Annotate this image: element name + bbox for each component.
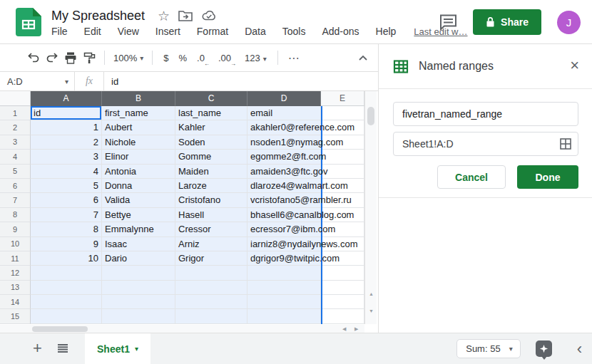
name-box[interactable]: A:D ▾	[0, 72, 74, 90]
sheets-logo-icon[interactable]	[16, 8, 41, 36]
row-header-9[interactable]: 9	[0, 222, 31, 236]
cell-D15[interactable]	[247, 309, 321, 323]
select-all-corner[interactable]	[0, 91, 31, 106]
menu-file[interactable]: File	[51, 26, 68, 37]
column-header-A[interactable]: A	[31, 91, 102, 106]
column-header-E[interactable]: E	[321, 91, 364, 106]
scroll-down-icon[interactable]: ▼	[365, 308, 377, 313]
cell-B14[interactable]	[102, 295, 175, 309]
collapse-toolbar-icon[interactable]	[358, 51, 368, 64]
row-header-11[interactable]: 11	[0, 251, 31, 266]
cell-D11[interactable]: dgrigor9@twitpic.com	[247, 251, 321, 266]
close-icon[interactable]: ×	[570, 58, 579, 73]
cell-D13[interactable]	[247, 281, 321, 295]
star-icon[interactable]: ☆	[158, 9, 170, 23]
zoom-select[interactable]: 100% ▾	[111, 48, 146, 67]
menu-format[interactable]: Format	[197, 26, 228, 37]
cell-A8[interactable]: 7	[31, 208, 102, 222]
vertical-scrollbar[interactable]: ▲ ▼	[364, 91, 377, 324]
cell-E14[interactable]	[321, 295, 364, 309]
all-sheets-icon[interactable]	[57, 343, 68, 356]
format-currency-button[interactable]: $	[163, 53, 168, 63]
cloud-saved-icon[interactable]	[201, 10, 217, 21]
cell-C3[interactable]: Soden	[175, 135, 247, 150]
cell-B5[interactable]: Antonia	[102, 165, 175, 179]
cell-D6[interactable]: dlaroze4@walmart.com	[247, 179, 321, 193]
row-header-3[interactable]: 3	[0, 135, 31, 150]
cell-B1[interactable]: first_name	[102, 106, 175, 120]
cell-B2[interactable]: Aubert	[102, 120, 175, 135]
scroll-up-icon[interactable]: ▲	[365, 291, 377, 296]
cell-D12[interactable]	[247, 266, 321, 280]
cell-A13[interactable]	[31, 281, 102, 295]
cell-C13[interactable]	[175, 281, 247, 295]
column-header-C[interactable]: C	[175, 91, 247, 106]
add-sheet-icon[interactable]: +	[33, 339, 42, 358]
cell-D3[interactable]: nsoden1@nymag.com	[247, 135, 321, 150]
cell-E1[interactable]	[321, 106, 364, 120]
cell-E4[interactable]	[321, 150, 364, 164]
range-name-input[interactable]	[393, 102, 578, 126]
cell-B15[interactable]	[102, 309, 175, 323]
cell-A9[interactable]: 8	[31, 222, 102, 236]
cell-C7[interactable]: Cristofano	[175, 193, 247, 207]
cell-E15[interactable]	[321, 309, 364, 323]
cell-D9[interactable]: ecressor7@ibm.com	[247, 222, 321, 236]
cell-C14[interactable]	[175, 295, 247, 309]
comment-history-icon[interactable]	[439, 14, 457, 30]
avatar[interactable]: J	[557, 11, 581, 34]
select-data-range-icon[interactable]	[559, 137, 572, 153]
row-header-5[interactable]: 5	[0, 165, 31, 179]
cell-A15[interactable]	[31, 309, 102, 323]
cell-D5[interactable]: amaiden3@ftc.gov	[247, 165, 321, 179]
cell-B10[interactable]: Isaac	[102, 237, 175, 251]
cell-B12[interactable]	[102, 266, 175, 280]
horizontal-scrollbar[interactable]: ◀ ▶	[0, 325, 364, 333]
cell-A1[interactable]: id	[31, 106, 102, 120]
cell-B9[interactable]: Emmalynne	[102, 222, 175, 236]
row-header-1[interactable]: 1	[0, 106, 31, 120]
cell-C8[interactable]: Hasell	[175, 208, 247, 222]
cell-B6[interactable]: Donna	[102, 179, 175, 193]
menu-view[interactable]: View	[118, 26, 139, 37]
cell-A14[interactable]	[31, 295, 102, 309]
paint-format-icon[interactable]	[80, 48, 98, 67]
cell-A12[interactable]	[31, 266, 102, 280]
cell-C1[interactable]: last_name	[175, 106, 247, 120]
cell-A4[interactable]: 3	[31, 150, 102, 164]
cell-A11[interactable]: 10	[31, 251, 102, 266]
cell-B7[interactable]: Valida	[102, 193, 175, 207]
sum-dropdown[interactable]: Sum: 55 ▾	[456, 339, 520, 358]
row-header-7[interactable]: 7	[0, 193, 31, 207]
format-percent-button[interactable]: %	[179, 53, 188, 63]
cell-D14[interactable]	[247, 295, 321, 309]
column-header-B[interactable]: B	[102, 91, 175, 106]
cell-B8[interactable]: Bettye	[102, 208, 175, 222]
formula-input[interactable]: id	[104, 76, 118, 87]
row-header-2[interactable]: 2	[0, 120, 31, 135]
cell-A7[interactable]: 6	[31, 193, 102, 207]
share-button[interactable]: Share	[473, 9, 541, 35]
move-to-folder-icon[interactable]	[178, 10, 193, 21]
cell-C6[interactable]: Laroze	[175, 179, 247, 193]
menu-help[interactable]: Help	[376, 26, 397, 37]
cell-D4[interactable]: egomme2@ft.com	[247, 150, 321, 164]
cell-B4[interactable]: Elinor	[102, 150, 175, 164]
document-title[interactable]: My Spreadsheet	[51, 9, 145, 24]
scroll-right-icon[interactable]: ▶	[354, 326, 358, 332]
menu-addons[interactable]: Add-ons	[322, 26, 359, 37]
cell-D8[interactable]: bhasell6@canalblog.com	[247, 208, 321, 222]
menu-tools[interactable]: Tools	[282, 26, 306, 37]
cell-C10[interactable]: Arniz	[175, 237, 247, 251]
cell-E12[interactable]	[321, 266, 364, 280]
cell-C4[interactable]: Gomme	[175, 150, 247, 164]
menu-edit[interactable]: Edit	[84, 26, 101, 37]
cell-E13[interactable]	[321, 281, 364, 295]
decrease-decimal-button[interactable]: .0←	[197, 53, 205, 63]
print-icon[interactable]	[61, 48, 80, 67]
menu-data[interactable]: Data	[245, 26, 266, 37]
cell-A6[interactable]: 5	[31, 179, 102, 193]
more-formats-button[interactable]: 123▾	[245, 53, 267, 63]
undo-icon[interactable]	[24, 48, 43, 67]
horizontal-scrollbar-thumb[interactable]	[32, 326, 88, 332]
